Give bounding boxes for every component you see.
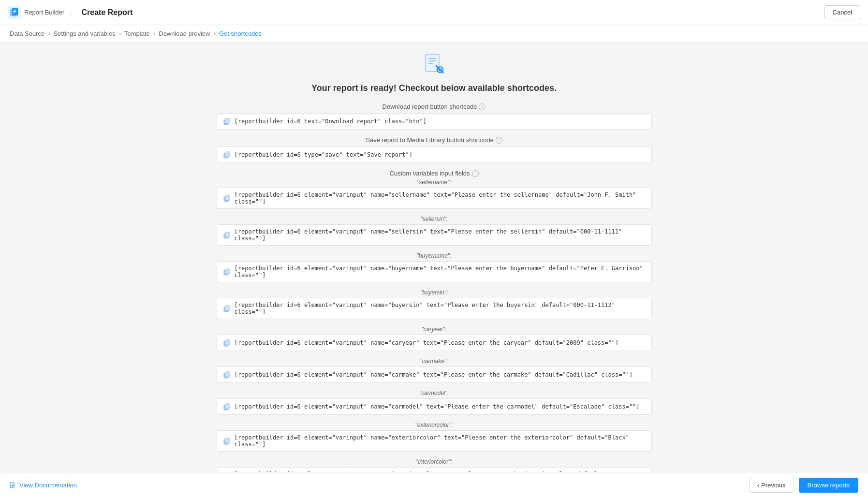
var-shortcode-text-5: [reportbuilder id=6 element="varinput" n…	[235, 371, 633, 378]
var-copy-icon-6[interactable]	[223, 402, 232, 411]
var-shortcode-text-2: [reportbuilder id=6 element="varinput" n…	[235, 265, 646, 278]
var-copy-icon-7[interactable]	[223, 437, 232, 445]
var-copy-icon-5[interactable]	[223, 370, 232, 379]
save-shortcode-text: [reportbuilder id=6 type="save" text="Sa…	[235, 151, 412, 158]
save-copy-icon[interactable]	[223, 150, 232, 159]
download-shortcode-text: [reportbuilder id=6 text="Download repor…	[235, 118, 427, 125]
logo-icon	[8, 6, 21, 19]
var-copy-icon-0[interactable]	[223, 194, 232, 203]
svg-rect-31	[225, 438, 230, 442]
var-label-5: "carmake":	[217, 358, 652, 365]
var-shortcode-text-6: [reportbuilder id=6 element="varinput" n…	[235, 403, 640, 410]
download-section-label: Download report button shortcode i	[217, 103, 652, 110]
var-shortcode-text-3: [reportbuilder id=6 element="varinput" n…	[235, 302, 646, 315]
svg-rect-15	[225, 151, 230, 156]
save-info-icon[interactable]: i	[496, 137, 502, 144]
svg-rect-25	[225, 339, 230, 344]
custom-vars-info-icon[interactable]: i	[472, 170, 479, 177]
var-shortcode-row-6: [reportbuilder id=6 element="varinput" n…	[217, 398, 652, 415]
doc-link-label: View Documentation	[19, 482, 77, 489]
var-copy-icon-1[interactable]	[223, 231, 232, 239]
var-shortcode-row-0: [reportbuilder id=6 element="varinput" n…	[217, 188, 652, 209]
var-copy-icon-2[interactable]	[223, 267, 232, 276]
var-shortcode-row-8: [reportbuilder id=6 element="varinput" n…	[217, 467, 652, 472]
svg-rect-9	[428, 63, 433, 64]
doc-link-icon	[10, 482, 16, 489]
var-label-7: "exteriorcolor":	[217, 422, 652, 428]
var-shortcode-text-4: [reportbuilder id=6 element="varinput" n…	[235, 339, 619, 346]
svg-rect-4	[13, 11, 16, 12]
breadcrumb-download: Download preview	[159, 30, 210, 37]
svg-rect-17	[225, 195, 230, 200]
logo: Report Builder	[8, 6, 64, 19]
breadcrumb-sep-4: >	[213, 31, 216, 37]
browse-reports-button[interactable]: Browse reports	[799, 478, 858, 493]
svg-rect-13	[225, 118, 230, 123]
var-label-4: "caryear":	[217, 326, 652, 333]
var-shortcode-row-1: [reportbuilder id=6 element="varinput" n…	[217, 224, 652, 246]
custom-vars-label: Custom variables input fields i	[217, 170, 652, 177]
breadcrumb: Data Source > Settings and variables > T…	[0, 25, 868, 43]
var-label-3: "buyersin":	[217, 289, 652, 296]
breadcrumb-sep-2: >	[118, 31, 121, 37]
breadcrumb-shortcodes[interactable]: Get shortcodes	[219, 30, 262, 37]
download-copy-icon[interactable]	[223, 117, 232, 126]
footer: View Documentation ‹ Previous Browse rep…	[0, 472, 868, 498]
content-center: Your report is ready! Checkout below ava…	[217, 52, 652, 472]
svg-rect-7	[428, 58, 436, 59]
var-label-0: "sellername":	[217, 179, 652, 186]
save-shortcode-row: [reportbuilder id=6 type="save" text="Sa…	[217, 146, 652, 163]
header-left: Report Builder | Create Report	[8, 6, 132, 19]
download-info-icon[interactable]: i	[479, 103, 485, 110]
doc-icon-area	[217, 52, 652, 77]
document-icon	[422, 52, 447, 77]
footer-right: ‹ Previous Browse reports	[749, 478, 858, 493]
breadcrumb-template: Template	[124, 30, 150, 37]
save-section-label: Save report to Media Library button shor…	[217, 136, 652, 144]
var-shortcode-text-1: [reportbuilder id=6 element="varinput" n…	[235, 228, 646, 242]
var-shortcode-row-3: [reportbuilder id=6 element="varinput" n…	[217, 298, 652, 319]
main-heading: Your report is ready! Checkout below ava…	[217, 83, 652, 93]
svg-rect-27	[225, 371, 230, 376]
footer-doc-link[interactable]: View Documentation	[10, 482, 77, 489]
var-label-6: "carmodel":	[217, 390, 652, 396]
previous-button[interactable]: ‹ Previous	[749, 478, 794, 493]
header: Report Builder | Create Report Cancel	[0, 0, 868, 25]
main-content: Your report is ready! Checkout below ava…	[0, 43, 868, 472]
svg-rect-49	[12, 484, 14, 484]
breadcrumb-sep-1: >	[47, 31, 50, 37]
svg-rect-51	[12, 486, 13, 487]
var-shortcode-text-7: [reportbuilder id=6 element="varinput" n…	[235, 434, 646, 448]
var-label-2: "buyername":	[217, 252, 652, 259]
svg-rect-5	[13, 13, 15, 14]
svg-rect-29	[225, 403, 230, 408]
var-shortcode-row-7: [reportbuilder id=6 element="varinput" n…	[217, 430, 652, 452]
logo-text: Report Builder	[24, 9, 64, 16]
var-shortcode-row-5: [reportbuilder id=6 element="varinput" n…	[217, 366, 652, 383]
var-copy-icon-4[interactable]	[223, 338, 232, 347]
var-shortcode-row-2: [reportbuilder id=6 element="varinput" n…	[217, 261, 652, 282]
svg-rect-23	[225, 305, 230, 310]
page-title: Create Report	[82, 8, 133, 17]
svg-rect-21	[225, 268, 230, 273]
svg-rect-50	[12, 485, 14, 485]
cancel-button[interactable]: Cancel	[824, 5, 860, 19]
svg-rect-3	[13, 10, 16, 11]
var-label-8: "interiorcolor":	[217, 458, 652, 465]
download-shortcode-row: [reportbuilder id=6 text="Download repor…	[217, 113, 652, 130]
var-label-1: "sellersin":	[217, 216, 652, 222]
var-shortcode-text-0: [reportbuilder id=6 element="varinput" n…	[235, 191, 646, 205]
breadcrumb-datasource: Data Source	[10, 30, 44, 37]
svg-rect-8	[428, 60, 436, 61]
var-copy-icon-3[interactable]	[223, 304, 232, 313]
svg-rect-19	[225, 232, 230, 236]
breadcrumb-settings: Settings and variables	[54, 30, 116, 37]
breadcrumb-sep-3: >	[153, 31, 156, 37]
prev-chevron-icon: ‹	[757, 482, 759, 489]
var-shortcode-row-4: [reportbuilder id=6 element="varinput" n…	[217, 335, 652, 351]
variables-container: "sellername":[reportbuilder id=6 element…	[217, 179, 652, 472]
